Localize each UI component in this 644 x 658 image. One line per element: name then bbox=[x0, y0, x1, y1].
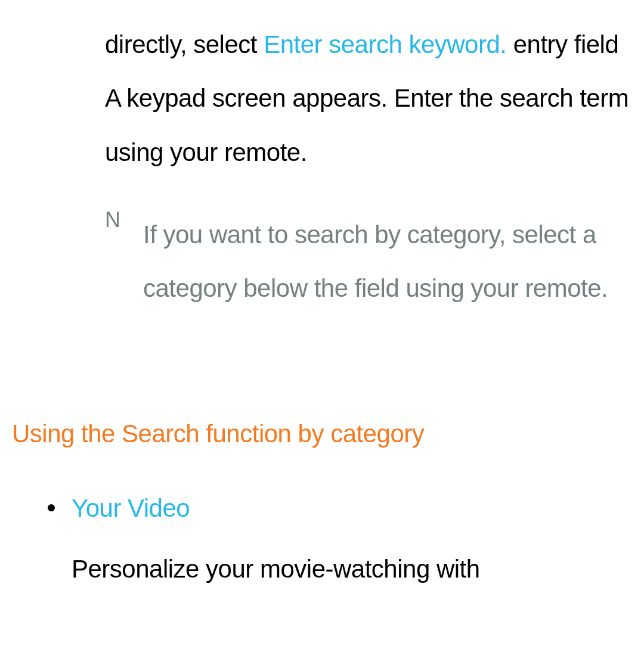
note-marker-icon: N bbox=[105, 208, 120, 232]
search-keyword-highlight: Enter search keyword. bbox=[264, 30, 506, 58]
category-list: Your Video Personalize your movie-watchi… bbox=[72, 495, 632, 583]
bullet-icon bbox=[48, 504, 55, 511]
bullet-title: Your Video bbox=[72, 495, 632, 522]
note-text: If you want to search by category, selec… bbox=[143, 208, 632, 316]
bullet-description: Personalize your movie-watching with bbox=[72, 555, 632, 583]
note-block: N If you want to search by category, sel… bbox=[105, 208, 632, 316]
instruction-paragraph: directly, select Enter search keyword. e… bbox=[105, 18, 632, 179]
list-item: Your Video Personalize your movie-watchi… bbox=[72, 495, 632, 583]
section-heading: Using the Search function by category bbox=[12, 420, 632, 448]
paragraph-text-before: directly, select bbox=[105, 30, 264, 58]
